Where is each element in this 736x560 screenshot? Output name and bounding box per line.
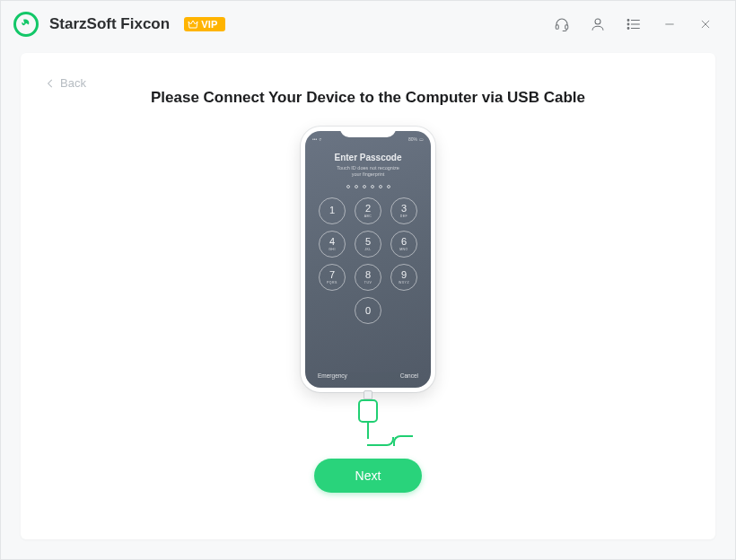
screen-subtitle: Touch ID does not recognize your fingerp… — [337, 165, 399, 178]
passcode-dots — [346, 185, 390, 188]
key-3: 3DEF — [390, 197, 417, 224]
svg-point-3 — [627, 20, 629, 22]
svg-point-2 — [595, 19, 600, 24]
key-2: 2ABC — [355, 197, 381, 224]
key-9: 9WXYZ — [390, 264, 417, 291]
screen-bottom-row: Emergency Cancel — [305, 372, 431, 379]
phone-illustration: •••ᯤ 80%▭ Enter Passcode Touch ID does n… — [301, 127, 435, 392]
svg-rect-0 — [556, 25, 558, 30]
app-title: StarzSoft Fixcon — [49, 15, 170, 33]
app-window: StarzSoft Fixcon VIP Back Please Connect… — [0, 0, 736, 560]
svg-point-5 — [627, 23, 629, 25]
content-card: Back Please Connect Your Device to the C… — [21, 53, 715, 539]
usb-cable-illustration — [301, 392, 435, 464]
menu-icon[interactable] — [620, 11, 647, 38]
key-1: 1 — [319, 197, 346, 224]
minimize-icon[interactable] — [656, 11, 683, 38]
key-6: 6MNO — [390, 231, 417, 258]
svg-rect-1 — [565, 25, 568, 30]
vip-label: VIP — [201, 19, 218, 30]
back-label: Back — [60, 76, 86, 90]
user-icon[interactable] — [584, 11, 611, 38]
titlebar: StarzSoft Fixcon VIP — [1, 1, 735, 48]
key-4: 4GHI — [319, 231, 346, 258]
page-title: Please Connect Your Device to the Comput… — [151, 89, 585, 107]
vip-badge: VIP — [184, 17, 225, 31]
key-5: 5JKL — [355, 231, 381, 258]
key-8: 8TUV — [355, 264, 381, 291]
cancel-label: Cancel — [400, 372, 418, 379]
phone-screen: •••ᯤ 80%▭ Enter Passcode Touch ID does n… — [305, 131, 431, 388]
key-7: 7PQRS — [319, 264, 346, 291]
keypad: 1 2ABC 3DEF 4GHI 5JKL 6MNO 7PQRS 8TUV 9W… — [319, 197, 417, 324]
phone-notch — [340, 127, 396, 137]
key-0: 0 — [355, 297, 381, 324]
back-button[interactable]: Back — [44, 76, 86, 90]
app-logo — [13, 12, 39, 37]
headset-icon[interactable] — [548, 11, 575, 38]
close-icon[interactable] — [692, 11, 719, 38]
svg-point-7 — [627, 28, 629, 30]
screen-title: Enter Passcode — [334, 153, 401, 162]
emergency-label: Emergency — [318, 372, 347, 379]
